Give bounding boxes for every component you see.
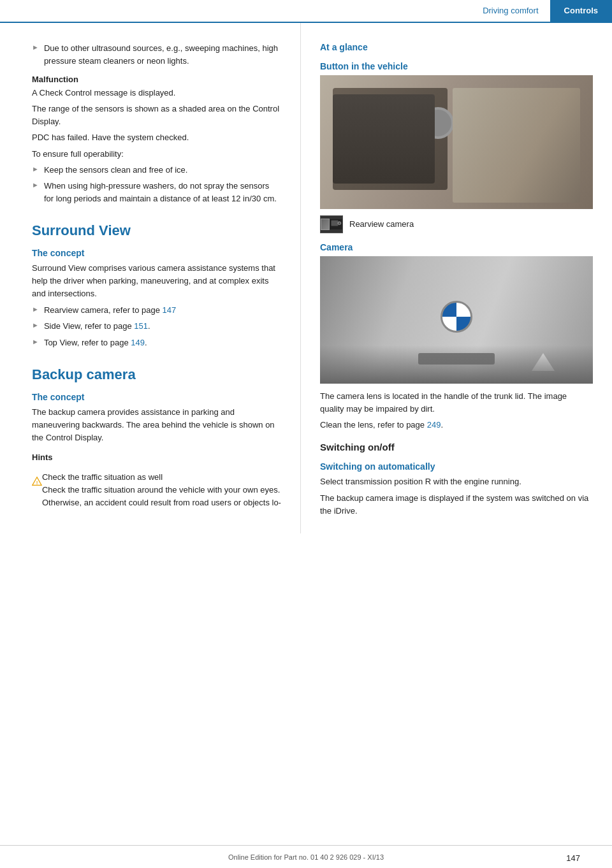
switching-auto-para-1: Select transmission position R with the … bbox=[320, 475, 593, 488]
surround-view-concept-heading: The concept bbox=[32, 248, 281, 258]
surround-link-2[interactable]: 151 bbox=[134, 321, 148, 331]
hint-text: Check the traffic situation as well Chec… bbox=[42, 471, 281, 509]
surround-link-3[interactable]: 149 bbox=[131, 338, 145, 347]
rearview-camera-row: Rearview camera bbox=[320, 215, 593, 233]
header-driving-comfort: Driving comfort bbox=[471, 0, 550, 22]
surround-bullet-text-1: Rearview camera, refer to page 147 bbox=[44, 304, 176, 317]
camera-image bbox=[320, 256, 593, 384]
interior-car-sim bbox=[320, 75, 593, 209]
surround-view-heading: Surround View bbox=[32, 222, 281, 239]
camera-para-1: The camera lens is located in the handle… bbox=[320, 390, 593, 416]
bullet-arrow-icon: ► bbox=[32, 338, 39, 345]
surround-bullet-1: ► Rearview camera, refer to page 147 bbox=[32, 304, 281, 317]
bmw-logo bbox=[441, 301, 472, 333]
bullet-arrow-icon: ► bbox=[32, 305, 39, 313]
malfunction-para-3: PDC has failed. Have the system checked. bbox=[32, 131, 281, 144]
malfunction-para-1: A Check Control message is displayed. bbox=[32, 87, 281, 99]
footer-text: Online Edition for Part no. 01 40 2 926 … bbox=[228, 853, 384, 861]
malfunction-heading: Malfunction bbox=[32, 75, 281, 84]
backup-camera-concept-heading: The concept bbox=[32, 392, 281, 402]
button-in-vehicle-heading: Button in the vehicle bbox=[320, 61, 593, 71]
hints-heading: Hints bbox=[32, 452, 281, 462]
surround-view-concept-para: Surround View comprises various camera a… bbox=[32, 262, 281, 300]
backup-camera-concept-para: The backup camera provides assistance in… bbox=[32, 406, 281, 444]
rearview-camera-icon bbox=[320, 215, 343, 233]
backup-camera-heading: Backup camera bbox=[32, 366, 281, 383]
malfunction-bullet-text-1: Keep the sensors clean and free of ice. bbox=[44, 164, 187, 177]
rearview-camera-label: Rearview camera bbox=[349, 218, 414, 231]
right-column: At a glance Button in the vehicle bbox=[301, 23, 612, 533]
malfunction-bullet-2: ► When using high-pressure washers, do n… bbox=[32, 180, 281, 205]
svg-text:!: ! bbox=[36, 479, 38, 485]
malfunction-bullet-text-2: When using high-pressure washers, do not… bbox=[44, 180, 281, 205]
switching-auto-para-2: The backup camera image is displayed if … bbox=[320, 492, 593, 517]
svg-rect-3 bbox=[332, 221, 339, 226]
surround-bullet-text-3: Top View, refer to page 149. bbox=[44, 336, 147, 349]
malfunction-para-2: The range of the sensors is shown as a s… bbox=[32, 103, 281, 128]
exterior-car-sim bbox=[320, 256, 593, 384]
camera-heading: Camera bbox=[320, 242, 593, 252]
switching-auto-heading: Switching on automatically bbox=[320, 461, 593, 472]
camera-page-link[interactable]: 249 bbox=[427, 420, 441, 430]
header-controls: Controls bbox=[550, 0, 612, 22]
camera-para-2: Clean the lens, refer to page 249. bbox=[320, 419, 593, 431]
left-column: ► Due to other ultrasound sources, e.g.,… bbox=[0, 23, 301, 533]
intro-bullet-item: ► Due to other ultrasound sources, e.g.,… bbox=[32, 42, 281, 67]
bullet-arrow-icon: ► bbox=[32, 165, 39, 173]
at-a-glance-heading: At a glance bbox=[320, 42, 593, 52]
main-content: ► Due to other ultrasound sources, e.g.,… bbox=[0, 23, 612, 533]
button-in-vehicle-image bbox=[320, 75, 593, 209]
page-footer: Online Edition for Part no. 01 40 2 926 … bbox=[0, 845, 612, 868]
surround-bullet-3: ► Top View, refer to page 149. bbox=[32, 336, 281, 349]
page-header: Driving comfort Controls bbox=[0, 0, 612, 23]
switching-heading: Switching on/off bbox=[320, 442, 593, 452]
bullet-arrow-icon: ► bbox=[32, 181, 39, 189]
page-number: 147 bbox=[566, 853, 580, 863]
warning-triangle-icon: ! bbox=[32, 471, 42, 491]
surround-bullet-2: ► Side View, refer to page 151. bbox=[32, 320, 281, 333]
bullet-arrow-icon: ► bbox=[32, 321, 39, 329]
intro-bullet-text: Due to other ultrasound sources, e.g., s… bbox=[44, 42, 281, 67]
surround-bullet-text-2: Side View, refer to page 151. bbox=[44, 320, 150, 333]
bullet-arrow-icon: ► bbox=[32, 43, 39, 51]
svg-point-5 bbox=[339, 222, 340, 224]
malfunction-bullet-1: ► Keep the sensors clean and free of ice… bbox=[32, 164, 281, 177]
surround-link-1[interactable]: 147 bbox=[163, 305, 177, 315]
hint-box: ! Check the traffic situation as well Ch… bbox=[32, 471, 281, 509]
malfunction-para-4: To ensure full operability: bbox=[32, 148, 281, 161]
